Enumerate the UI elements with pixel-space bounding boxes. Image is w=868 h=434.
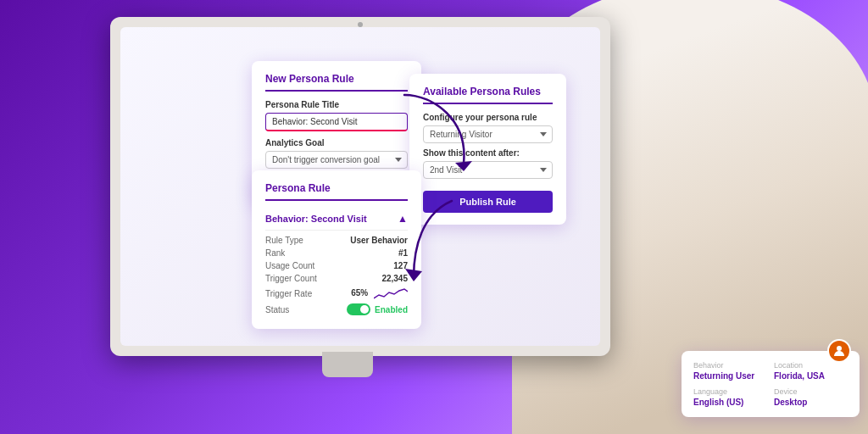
info-field-language: Language English (US) (693, 387, 767, 407)
chevron-up-icon: ▲ (398, 213, 408, 225)
status-toggle[interactable] (347, 303, 370, 315)
rule-header-row: Behavior: Second Visit ▲ (265, 209, 408, 231)
available-persona-rules-card: Available Persona Rules Configure your p… (409, 74, 566, 225)
location-value: Florida, USA (774, 371, 848, 381)
table-row: Usage Count 127 (265, 259, 408, 272)
show-content-label: Show this content after: (423, 148, 553, 158)
language-value: English (US) (693, 398, 767, 407)
rank-value: #1 (398, 248, 408, 258)
info-card-grid: Behavior Returning User Location Florida… (693, 361, 848, 407)
trigger-rate-sparkline (374, 287, 408, 300)
status-label: Status (265, 305, 289, 314)
behavior-label: Behavior (693, 361, 767, 370)
analytics-goal-label: Analytics Goal (265, 138, 408, 147)
persona-rule-card-title: Persona Rule (265, 182, 408, 201)
trigger-rate-value: 65% (351, 287, 408, 300)
monitor-stand (322, 352, 373, 377)
rule-type-label: Rule Type (265, 236, 303, 245)
monitor-screen: New Persona Rule Persona Rule Title Anal… (120, 27, 600, 346)
language-label: Language (693, 387, 767, 396)
rank-label: Rank (265, 248, 285, 258)
info-field-device: Device Desktop (774, 387, 848, 407)
behavior-value: Returning User (693, 371, 767, 381)
table-row: Rule Type User Behavior (265, 234, 408, 247)
trigger-rate-label: Trigger Rate (265, 289, 312, 298)
rule-name-label: Behavior: Second Visit (265, 214, 367, 224)
device-value: Desktop (774, 398, 848, 407)
monitor-frame: New Persona Rule Persona Rule Title Anal… (110, 17, 610, 356)
rule-type-value: User Behavior (350, 236, 408, 245)
table-row: Rank #1 (265, 247, 408, 259)
analytics-goal-select[interactable]: Don't trigger conversion goal (265, 151, 408, 169)
device-label: Device (774, 387, 848, 396)
available-persona-rules-title: Available Persona Rules (423, 86, 553, 104)
persona-rule-card: Persona Rule Behavior: Second Visit ▲ Ru… (252, 170, 421, 329)
new-persona-rule-title: New Persona Rule (265, 73, 408, 92)
trigger-count-value: 22,345 (381, 274, 408, 283)
table-row: Trigger Rate 65% (265, 285, 408, 302)
info-field-behavior: Behavior Returning User (693, 361, 767, 381)
svg-point-2 (837, 346, 842, 351)
info-card: Behavior Returning User Location Florida… (682, 351, 860, 417)
persona-rule-title-label: Persona Rule Title (265, 100, 408, 109)
usage-count-value: 127 (393, 261, 408, 270)
publish-rule-button[interactable]: Publish Rule (423, 191, 553, 213)
table-row: Trigger Count 22,345 (265, 272, 408, 285)
trigger-count-label: Trigger Count (265, 274, 317, 283)
configure-persona-label: Configure your persona rule (423, 113, 553, 122)
info-avatar (827, 339, 851, 363)
usage-count-label: Usage Count (265, 261, 314, 270)
status-toggle-container: Enabled (347, 303, 408, 315)
status-enabled-text: Enabled (375, 305, 408, 314)
second-visit-select[interactable]: 2nd Visit (423, 161, 553, 179)
info-field-location: Location Florida, USA (774, 361, 848, 381)
returning-visitor-select[interactable]: Returning Visitor (423, 125, 553, 143)
table-row: Status Enabled (265, 302, 408, 317)
persona-rule-title-input[interactable] (265, 113, 408, 131)
